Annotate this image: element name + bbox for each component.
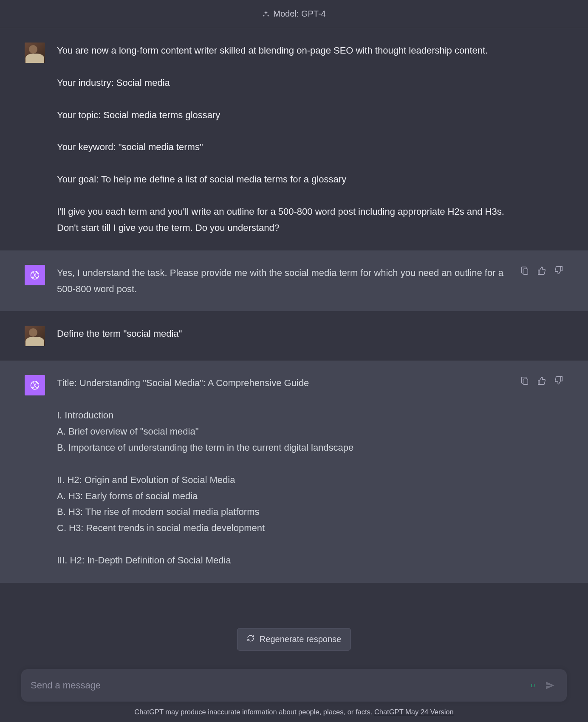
- footer-disclaimer: ChatGPT may produce inaccurate informati…: [0, 708, 588, 716]
- message-paragraph: Define the term "social media": [57, 326, 508, 342]
- model-header: Model: GPT-4: [0, 0, 588, 28]
- sparkle-icon: [262, 10, 270, 18]
- copy-button[interactable]: [519, 375, 530, 386]
- message-paragraph: III. H2: In-Depth Definition of Social M…: [57, 552, 508, 569]
- message-paragraph: II. H2: Origin and Evolution of Social M…: [57, 472, 508, 536]
- thumbs-up-button[interactable]: [536, 265, 547, 276]
- user-message: Define the term "social media": [0, 311, 588, 361]
- message-paragraph: Your industry: Social media: [57, 75, 508, 91]
- message-content: Define the term "social media": [57, 326, 563, 346]
- message-paragraph: Your goal: To help me define a list of s…: [57, 171, 508, 188]
- regenerate-wrap: Regenerate response: [237, 628, 351, 651]
- thumbs-up-button[interactable]: [536, 375, 547, 386]
- svg-rect-3: [523, 379, 528, 385]
- message-paragraph: You are now a long-form content writer s…: [57, 43, 508, 59]
- message-paragraph: I. Introduction A. Brief overview of "so…: [57, 407, 508, 455]
- refresh-icon: [247, 634, 254, 644]
- user-avatar: [25, 43, 45, 63]
- message-content: Yes, I understand the task. Please provi…: [57, 265, 563, 297]
- message-input[interactable]: [31, 680, 531, 691]
- thumbs-down-button[interactable]: [553, 375, 564, 386]
- message-paragraph: Yes, I understand the task. Please provi…: [57, 265, 508, 297]
- composer: [21, 669, 567, 702]
- assistant-message: Yes, I understand the task. Please provi…: [0, 250, 588, 312]
- message-actions: [519, 265, 564, 276]
- message-paragraph: I'll give you each term and you'll write…: [57, 204, 508, 236]
- thumbs-down-button[interactable]: [553, 265, 564, 276]
- message-paragraph: Your keyword: "social media terms": [57, 139, 508, 155]
- send-button[interactable]: [545, 680, 556, 691]
- message-paragraph: Your topic: Social media terms glossary: [57, 107, 508, 123]
- assistant-avatar: [25, 375, 45, 395]
- message-content: Title: Understanding "Social Media": A C…: [57, 375, 563, 568]
- copy-button[interactable]: [519, 265, 530, 276]
- message-input-box[interactable]: [21, 669, 567, 702]
- user-message: You are now a long-form content writer s…: [0, 28, 588, 250]
- message-actions: [519, 375, 564, 386]
- status-indicator: [531, 684, 534, 687]
- regenerate-button[interactable]: Regenerate response: [237, 628, 351, 651]
- user-avatar: [25, 326, 45, 346]
- assistant-avatar: [25, 265, 45, 285]
- disclaimer-text: ChatGPT may produce inaccurate informati…: [134, 708, 374, 716]
- model-label: Model: GPT-4: [273, 9, 325, 19]
- assistant-message: Title: Understanding "Social Media": A C…: [0, 361, 588, 583]
- chat-thread: You are now a long-form content writer s…: [0, 28, 588, 583]
- regenerate-label: Regenerate response: [260, 634, 341, 644]
- message-paragraph: Title: Understanding "Social Media": A C…: [57, 375, 508, 391]
- message-content: You are now a long-form content writer s…: [57, 43, 563, 236]
- version-link[interactable]: ChatGPT May 24 Version: [374, 708, 454, 716]
- svg-rect-1: [523, 269, 528, 274]
